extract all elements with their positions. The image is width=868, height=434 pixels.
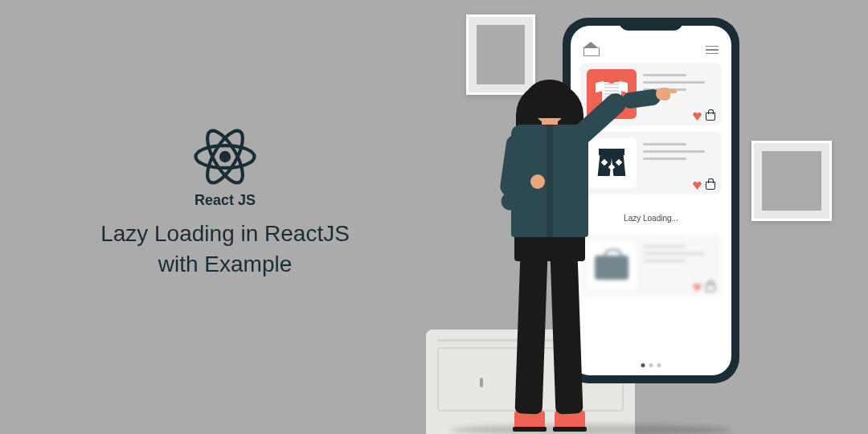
pagination-dots bbox=[641, 363, 661, 367]
cart-icon bbox=[706, 284, 715, 292]
hero-title: Lazy Loading in ReactJS with Example bbox=[80, 219, 370, 280]
react-logo-icon bbox=[193, 125, 257, 189]
svg-point-0 bbox=[219, 151, 231, 162]
heart-icon bbox=[693, 283, 702, 292]
title-line-1: Lazy Loading in ReactJS bbox=[100, 221, 350, 246]
logo-caption: React JS bbox=[80, 192, 370, 209]
menu-icon[interactable] bbox=[706, 46, 719, 55]
hero-text-block: React JS Lazy Loading in ReactJS with Ex… bbox=[80, 125, 370, 280]
heart-icon[interactable] bbox=[693, 181, 702, 190]
wall-frame-right bbox=[751, 141, 832, 221]
dot-active[interactable] bbox=[641, 363, 645, 367]
cart-icon[interactable] bbox=[706, 182, 715, 190]
woman-illustration bbox=[473, 68, 633, 434]
cart-icon[interactable] bbox=[706, 113, 715, 121]
heart-icon[interactable] bbox=[693, 112, 702, 121]
dot[interactable] bbox=[657, 363, 661, 367]
title-line-2: with Example bbox=[158, 252, 293, 276]
app-topbar bbox=[580, 43, 722, 63]
phone-notch bbox=[619, 18, 683, 31]
dot[interactable] bbox=[649, 363, 653, 367]
home-icon[interactable] bbox=[583, 43, 598, 56]
